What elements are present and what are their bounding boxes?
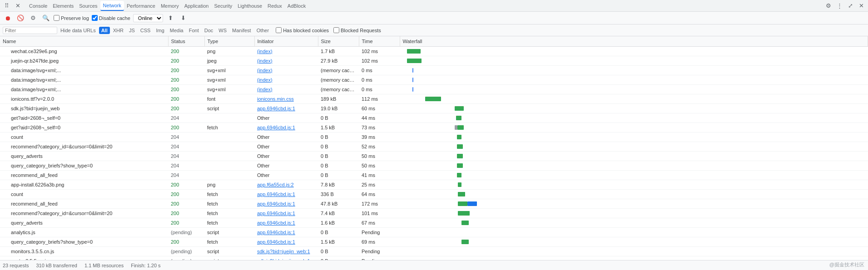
col-header-type[interactable]: Type xyxy=(204,36,254,46)
table-row[interactable]: get?aid=2608¬_self=0200fetchapp.6946cbd.… xyxy=(0,123,868,132)
preserve-log-label[interactable]: Preserve log xyxy=(54,15,89,21)
cell-initiator[interactable]: app.6946cbd.js:1 xyxy=(254,227,318,237)
clear-btn[interactable]: 🚫 xyxy=(15,13,25,23)
cell-initiator[interactable]: app.6946cbd.js:1 xyxy=(254,189,318,199)
cell-time: 39 ms xyxy=(359,132,400,142)
cell-initiator[interactable]: (index) xyxy=(254,84,318,94)
table-row[interactable]: recommend_all_feed200fetchapp.6946cbd.js… xyxy=(0,199,868,208)
filter-js-btn[interactable]: JS xyxy=(127,27,137,34)
filter-all-btn[interactable]: All xyxy=(99,27,110,34)
tab-elements[interactable]: Elements xyxy=(50,1,76,10)
cell-initiator[interactable]: app.6946cbd.js:1 xyxy=(254,123,318,132)
preserve-log-checkbox[interactable] xyxy=(54,15,60,21)
devtools-toggle-btn[interactable]: ⠿ xyxy=(2,1,12,11)
filter-doc-btn[interactable]: Doc xyxy=(202,27,216,34)
col-header-initiator[interactable]: Initiator xyxy=(254,36,318,46)
tab-performance[interactable]: Performance xyxy=(124,1,158,10)
cell-initiator[interactable]: app.6946cbd.js:1 xyxy=(254,199,318,208)
col-header-waterfall[interactable]: Waterfall xyxy=(400,36,868,46)
table-row[interactable]: count204Other0 B39 ms xyxy=(0,132,868,142)
table-row[interactable]: wechat.ce329e6.png200png(index)1.7 kB102… xyxy=(0,46,868,56)
filter-xhr-btn[interactable]: XHR xyxy=(111,27,126,34)
cell-initiator[interactable]: sdk.js?bid=juejin_web:1 xyxy=(254,246,318,256)
table-row[interactable]: sentry.3.5.5.cn.js(pending)scriptsdk.js?… xyxy=(0,256,868,260)
filter-ws-btn[interactable]: WS xyxy=(216,27,229,34)
filter-input[interactable] xyxy=(3,27,57,34)
blocked-requests-checkbox[interactable] xyxy=(333,27,339,33)
export-btn[interactable]: ⬇ xyxy=(179,13,188,23)
table-row[interactable]: query_category_briefs?show_type=0204Othe… xyxy=(0,161,868,170)
table-row[interactable]: analytics.js(pending)scriptapp.6946cbd.j… xyxy=(0,227,868,237)
table-row[interactable]: recommend?category_id=&cursor=0&limit=20… xyxy=(0,142,868,151)
resources-size: 1.1 MB resources xyxy=(84,263,124,268)
cell-initiator[interactable]: (index) xyxy=(254,46,318,56)
tab-sources[interactable]: Sources xyxy=(76,1,100,10)
tab-security[interactable]: Security xyxy=(211,1,235,10)
table-row[interactable]: data:image/svg+xml;...200svg+xml(index)(… xyxy=(0,84,868,94)
disable-cache-label[interactable]: Disable cache xyxy=(92,15,130,21)
tab-redux[interactable]: Redux xyxy=(265,1,285,10)
tab-memory[interactable]: Memory xyxy=(158,1,182,10)
disable-cache-checkbox[interactable] xyxy=(92,15,98,21)
throttle-dropdown[interactable]: Online xyxy=(133,14,163,22)
cell-waterfall xyxy=(400,46,868,56)
tab-application[interactable]: Application xyxy=(182,1,212,10)
detach-btn[interactable]: ⤢ xyxy=(845,1,855,11)
network-table: Name Status Type Initiator Size Time Wat… xyxy=(0,36,868,260)
has-blocked-cookies-label[interactable]: Has blocked cookies xyxy=(276,27,329,33)
tab-network[interactable]: Network xyxy=(100,1,124,11)
tab-adblock[interactable]: AdBlock xyxy=(285,1,308,10)
filter-css-btn[interactable]: CSS xyxy=(138,27,153,34)
close-btn[interactable]: ✕ xyxy=(13,1,23,11)
col-header-time[interactable]: Time xyxy=(359,36,400,46)
filter-font-btn[interactable]: Font xyxy=(187,27,201,34)
table-row[interactable]: query_adverts200fetchapp.6946cbd.js:11.6… xyxy=(0,218,868,227)
filter-btn[interactable]: ⚙ xyxy=(28,13,38,23)
filter-media-btn[interactable]: Media xyxy=(168,27,186,34)
cell-name: data:image/svg+xml;... xyxy=(0,75,168,84)
close-devtools-btn[interactable]: ✕ xyxy=(856,1,866,11)
cell-initiator[interactable]: (index) xyxy=(254,65,318,75)
search-btn[interactable]: 🔍 xyxy=(41,13,51,23)
cell-initiator[interactable]: app.6946cbd.js:1 xyxy=(254,103,318,113)
cell-status: 200 xyxy=(168,218,204,227)
cell-initiator[interactable]: app.6946cbd.js:1 xyxy=(254,218,318,227)
settings-btn[interactable]: ⚙ xyxy=(823,1,833,11)
table-row[interactable]: recommend?category_id=&cursor=0&limit=20… xyxy=(0,208,868,218)
cell-initiator[interactable]: app.f6a55cd.js:2 xyxy=(254,180,318,189)
filter-manifest-btn[interactable]: Manifest xyxy=(230,27,253,34)
cell-initiator[interactable]: ionicons.min.css xyxy=(254,94,318,103)
col-header-name[interactable]: Name xyxy=(0,36,168,46)
cell-initiator[interactable]: sdk.js?bid=juejin_web:1 xyxy=(254,256,318,260)
table-row[interactable]: query_category_briefs?show_type=0200fetc… xyxy=(0,237,868,246)
table-row[interactable]: data:image/svg+xml;...200svg+xml(index)(… xyxy=(0,75,868,84)
import-btn[interactable]: ⬆ xyxy=(166,13,176,23)
table-row[interactable]: count200fetchapp.6946cbd.js:1336 B64 ms xyxy=(0,189,868,199)
col-header-size[interactable]: Size xyxy=(318,36,359,46)
table-row[interactable]: monitors.3.5.5.cn.js(pending)scriptsdk.j… xyxy=(0,246,868,256)
table-row[interactable]: data:image/svg+xml;...200svg+xml(index)(… xyxy=(0,65,868,75)
blocked-requests-label[interactable]: Blocked Requests xyxy=(333,27,381,33)
record-btn[interactable]: ⏺ xyxy=(3,13,13,23)
tab-console[interactable]: Console xyxy=(26,1,50,10)
cell-initiator[interactable]: (index) xyxy=(254,56,318,65)
cell-time: Pending xyxy=(359,227,400,237)
table-row[interactable]: app-install.6226a3b.png200pngapp.f6a55cd… xyxy=(0,180,868,189)
table-row[interactable]: get?aid=2608¬_self=0204Other0 B44 ms xyxy=(0,113,868,123)
cell-initiator[interactable]: app.6946cbd.js:1 xyxy=(254,237,318,246)
col-header-status[interactable]: Status xyxy=(168,36,204,46)
table-row[interactable]: sdk.js?bid=juejin_web200scriptapp.6946cb… xyxy=(0,103,868,113)
hide-data-urls-btn[interactable]: Hide data URLs xyxy=(58,27,98,34)
tab-lighthouse[interactable]: Lighthouse xyxy=(235,1,265,10)
table-row[interactable]: ionicons.ttf?v=2.0.0200fontionicons.min.… xyxy=(0,94,868,103)
table-row[interactable]: query_adverts204Other0 B50 ms xyxy=(0,151,868,161)
has-blocked-cookies-checkbox[interactable] xyxy=(276,27,282,33)
table-row[interactable]: recommend_all_feed204Other0 B41 ms xyxy=(0,170,868,180)
filter-img-btn[interactable]: Img xyxy=(154,27,166,34)
file-type-icon xyxy=(3,239,9,245)
table-row[interactable]: juejin-qr.b247fde.jpeg200jpeg(index)27.9… xyxy=(0,56,868,65)
cell-initiator[interactable]: (index) xyxy=(254,75,318,84)
more-btn[interactable]: ⋮ xyxy=(834,1,844,11)
filter-other-btn[interactable]: Other xyxy=(254,27,272,34)
cell-initiator[interactable]: app.6946cbd.js:1 xyxy=(254,208,318,218)
